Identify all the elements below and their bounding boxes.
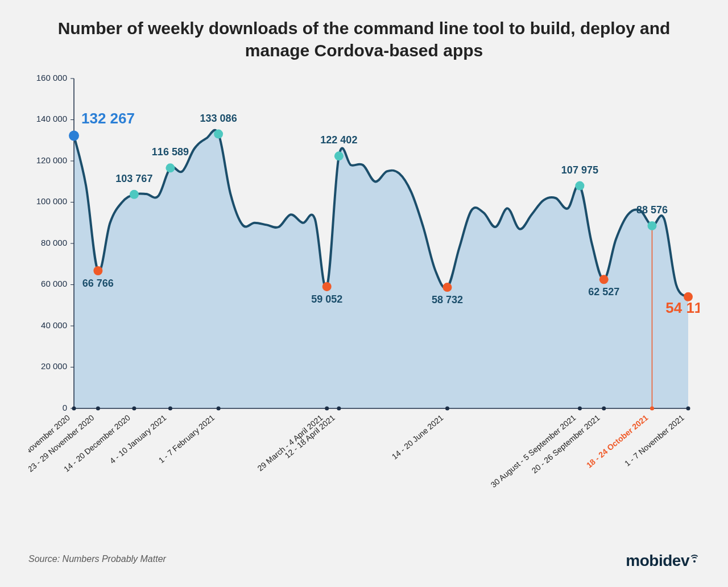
y-tick-label: 120 000 bbox=[36, 155, 67, 165]
chart-title: Number of weekly downloads of the comman… bbox=[28, 17, 700, 61]
data-point-label: 66 766 bbox=[82, 278, 114, 289]
x-tick-dot bbox=[445, 407, 449, 411]
x-tick-dot bbox=[168, 407, 172, 411]
data-point-label: 62 527 bbox=[588, 286, 619, 297]
x-tick-dot bbox=[686, 407, 690, 411]
data-point-label: 133 086 bbox=[200, 113, 237, 124]
x-tick-dot bbox=[96, 407, 100, 411]
x-tick-dot bbox=[602, 407, 606, 411]
data-point bbox=[130, 190, 139, 199]
data-point bbox=[599, 275, 609, 284]
data-point-label: 88 576 bbox=[636, 204, 668, 216]
wifi-icon bbox=[689, 552, 700, 563]
y-tick-label: 60 000 bbox=[41, 279, 67, 288]
x-tick-dot bbox=[217, 407, 221, 411]
data-point bbox=[69, 131, 79, 141]
x-tick-dot bbox=[337, 407, 341, 411]
data-point bbox=[322, 282, 332, 291]
x-tick-dot bbox=[578, 407, 582, 411]
x-tick-label: 14 - 20 June 2021 bbox=[390, 413, 445, 461]
source-text: Source: Numbers Probably Matter bbox=[28, 554, 166, 564]
data-point bbox=[442, 283, 452, 292]
x-tick-dot bbox=[72, 407, 76, 411]
y-tick-label: 0 bbox=[63, 403, 67, 412]
data-point bbox=[575, 181, 584, 191]
x-tick-dot bbox=[132, 407, 136, 411]
data-point bbox=[647, 221, 656, 230]
x-tick-dot bbox=[650, 407, 654, 411]
x-tick-dot bbox=[325, 407, 329, 411]
data-point-label: 103 767 bbox=[115, 173, 152, 184]
data-point-label: 132 267 bbox=[81, 110, 135, 127]
data-point bbox=[214, 130, 223, 139]
data-point-label: 116 589 bbox=[152, 146, 189, 158]
data-point-label: 59 052 bbox=[311, 294, 342, 305]
brand-logo: mobidev bbox=[626, 552, 700, 570]
data-point-label: 58 732 bbox=[432, 294, 463, 305]
x-tick-label: 29 March - 4 April 2021 bbox=[255, 413, 324, 473]
data-point bbox=[334, 151, 344, 160]
y-tick-label: 20 000 bbox=[41, 361, 67, 371]
y-tick-label: 160 000 bbox=[36, 73, 67, 82]
x-tick-label: 1 - 7 November 2021 bbox=[623, 413, 686, 468]
y-tick-label: 140 000 bbox=[36, 114, 67, 123]
data-point-label: 107 975 bbox=[561, 164, 598, 176]
data-point-label: 54 119 bbox=[665, 299, 700, 316]
chart-container: 020 00040 00060 00080 000100 000120 0001… bbox=[28, 73, 700, 505]
data-point bbox=[93, 266, 102, 275]
x-tick-label: 14 - 20 December 2020 bbox=[62, 413, 132, 474]
brand-text: mobidev bbox=[626, 552, 689, 570]
y-tick-label: 40 000 bbox=[41, 320, 67, 330]
data-point bbox=[166, 163, 175, 172]
y-tick-label: 80 000 bbox=[41, 238, 67, 247]
data-point-label: 122 402 bbox=[320, 134, 357, 146]
y-tick-label: 100 000 bbox=[36, 196, 67, 206]
area-chart: 020 00040 00060 00080 000100 000120 0001… bbox=[28, 73, 700, 505]
